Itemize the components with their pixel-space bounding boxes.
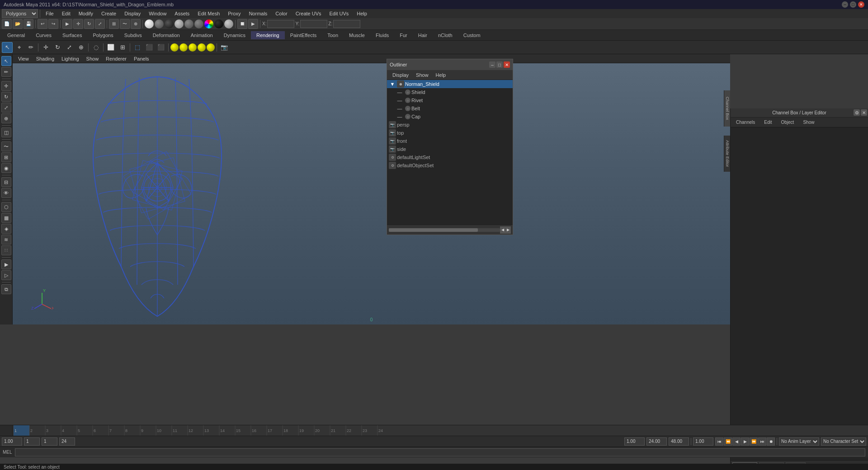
mel-input[interactable] [15,448,865,456]
cb-tab-edit[interactable]: Edit [760,119,775,126]
sphere-white-btn[interactable] [145,19,154,28]
cat-muscle[interactable]: Muscle [344,31,370,39]
frame-end-field[interactable] [59,437,75,446]
menu-proxy[interactable]: Proxy [224,10,244,17]
soft-select-btn[interactable]: ◌ [90,42,101,53]
view-menu-panels[interactable]: Panels [130,55,153,62]
render-btn[interactable]: ▶ [248,19,258,29]
outliner-show[interactable]: Show [412,71,432,79]
move-btn[interactable]: ✛ [73,19,83,29]
redo-btn[interactable]: ↪ [48,19,58,29]
anim-layer-select[interactable]: No Anim Layer [779,437,819,446]
sphere-gray2-btn[interactable] [184,19,193,28]
x-field[interactable] [267,20,294,28]
range-end-field[interactable] [669,437,689,446]
cat-painteffects[interactable]: PaintEffects [285,31,322,39]
light-yellow2-btn[interactable] [179,43,188,52]
outliner-item-top[interactable]: 📷 top [387,129,513,137]
ipr-left-btn[interactable]: ▷ [1,270,11,280]
paint-left-btn[interactable]: ✏ [1,67,11,77]
cb-tab-channels[interactable]: Channels [732,119,759,126]
save-file-btn[interactable]: 💾 [24,19,33,29]
character-set-select[interactable]: No Character Set [821,437,866,446]
render-left-btn[interactable]: ▶ [1,259,11,269]
scroll-right-btn[interactable]: ▶ [505,226,511,234]
menu-file[interactable]: File [42,10,57,17]
menu-modify[interactable]: Modify [75,10,97,17]
render-region-btn[interactable]: 🔲 [237,19,247,29]
rotate-left-btn[interactable]: ↻ [1,92,11,102]
grid-left-btn[interactable]: ⊟ [1,177,11,187]
move-left-btn[interactable]: ✛ [1,81,11,91]
select-btn[interactable]: ▶ [62,19,72,29]
menu-display[interactable]: Display [121,10,144,17]
maximize-button[interactable]: □ [850,1,856,8]
cat-animation[interactable]: Animation [185,31,218,39]
show-manip-btn[interactable]: ◫ [1,127,11,137]
outliner-item-persp[interactable]: 📷 persp [387,121,513,129]
cb-settings-btn[interactable]: ⚙ [854,109,860,116]
outliner-minimize-btn[interactable]: – [489,61,495,68]
rotate-btn2[interactable]: ↻ [52,42,63,53]
snap-point-btn[interactable]: ⊕ [131,19,141,29]
cb-tab-object[interactable]: Object [778,119,798,126]
menu-create[interactable]: Create [98,10,120,17]
close-button[interactable]: ✕ [858,1,864,8]
select-left-btn[interactable]: ↖ [1,56,11,66]
camera-btn[interactable]: 📷 [219,42,230,53]
outliner-display[interactable]: Display [389,71,412,79]
range-start-field[interactable] [2,437,22,446]
scale-left-btn[interactable]: ⤢ [1,103,11,113]
menu-color[interactable]: Color [272,10,291,17]
outliner-maximize-btn[interactable]: □ [496,61,503,68]
channel-box-side-tab[interactable]: Channel Box [724,90,730,127]
viewport[interactable]: View Shading Lighting Show Renderer Pane… [13,54,730,324]
light-yellow-btn[interactable] [170,43,179,52]
menu-edit-uvs[interactable]: Edit UVs [326,10,353,17]
play-back-btn[interactable]: ◀ [732,437,741,446]
outliner-item-cap[interactable]: — ○ Cap [387,113,513,121]
scroll-thumb[interactable] [389,228,478,232]
cat-curves[interactable]: Curves [30,31,57,39]
persp-btn[interactable]: ⬜ [105,42,116,53]
view-menu-shading[interactable]: Shading [33,55,58,62]
outliner-item-default-light-set[interactable]: ⚙ defaultLightSet [387,153,513,161]
view-menu-view[interactable]: View [14,55,33,62]
menu-normals[interactable]: Normals [245,10,271,17]
outliner-item-shield[interactable]: — ○ Shield [387,88,513,96]
cat-dynamics[interactable]: Dynamics [218,31,251,39]
extra-left-btn[interactable]: ⧉ [1,284,11,294]
anim-end-field[interactable] [646,437,667,446]
cat-toon[interactable]: Toon [322,31,344,39]
rotate-btn[interactable]: ↻ [84,19,94,29]
outliner-item-default-object-set[interactable]: ⚙ defaultObjectSet [387,161,513,169]
open-file-btn[interactable]: 📂 [13,19,23,29]
cat-deformation[interactable]: Deformation [147,31,185,39]
z-field[interactable] [333,20,360,28]
translate-btn[interactable]: ✛ [40,42,51,53]
new-file-btn[interactable]: 📄 [2,19,12,29]
universal-left-btn[interactable]: ⊕ [1,113,11,123]
cat-hair[interactable]: Hair [413,31,433,39]
next-frame-btn[interactable]: ⏩ [750,437,758,446]
hair-left-btn[interactable]: ≋ [1,235,11,244]
cat-fur[interactable]: Fur [394,31,413,39]
minimize-button[interactable]: – [842,1,848,8]
outliner-help[interactable]: Help [432,71,450,79]
snap-grid-btn[interactable]: ⊞ [109,19,119,29]
sphere-gray3-btn[interactable] [194,19,203,28]
outliner-item-front[interactable]: 📷 front [387,137,513,145]
cb-tab-show[interactable]: Show [799,119,818,126]
menu-window[interactable]: Window [145,10,170,17]
view-menu-show[interactable]: Show [83,55,103,62]
cat-ncloth[interactable]: nCloth [433,31,458,39]
fluid-left-btn[interactable]: ◈ [1,224,11,234]
sphere-black-btn[interactable] [214,19,223,28]
smooth-wire-btn[interactable]: ⬛ [144,42,155,53]
anim-start-field[interactable] [624,437,645,446]
cat-polygons[interactable]: Polygons [87,31,118,39]
curve-left-btn[interactable]: 〜 [1,141,11,151]
play-fwd-btn[interactable]: ▶ [741,437,749,446]
paint-select-btn[interactable]: ✏ [25,42,36,53]
sphere-silver2-btn[interactable] [224,19,233,28]
